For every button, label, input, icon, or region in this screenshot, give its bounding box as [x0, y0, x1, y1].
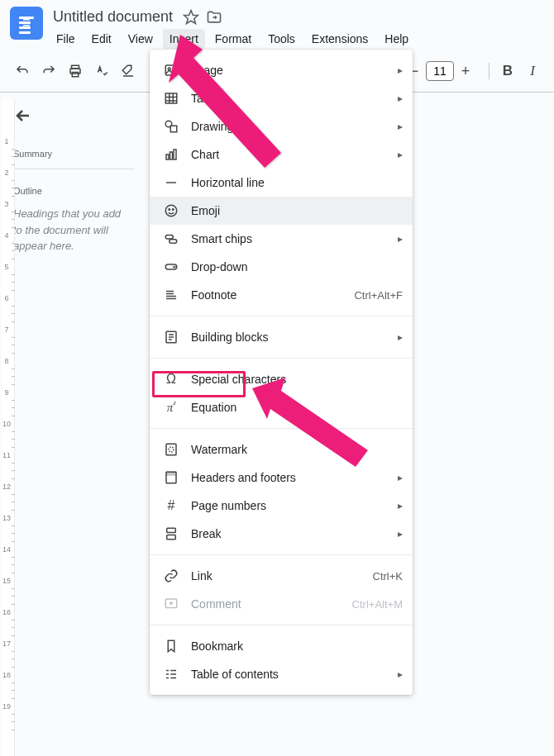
- dropdown-item-label: Emoji: [191, 204, 403, 217]
- ruler-tick: 5: [2, 266, 14, 267]
- dropdown-item-special-characters[interactable]: ΩSpecial characters: [150, 365, 413, 393]
- menu-extensions[interactable]: Extensions: [305, 29, 375, 49]
- sidebar: Summary Outline Headings that you add to…: [0, 93, 145, 254]
- sidebar-separator: [10, 169, 135, 169]
- svg-rect-16: [174, 150, 176, 159]
- redo-button[interactable]: [36, 59, 61, 83]
- dropdown-shortcut: Ctrl+Alt+M: [352, 598, 403, 611]
- document-title[interactable]: Untitled document: [50, 7, 176, 27]
- dropdown-separator: [150, 625, 413, 625]
- dropdown-item-drop-down[interactable]: Drop-down: [150, 253, 413, 281]
- dropdown-item-equation[interactable]: π²Equation: [150, 393, 413, 421]
- ruler-tick: 7: [2, 329, 14, 330]
- menu-view[interactable]: View: [122, 29, 160, 49]
- dropdown-item-headers-and-footers[interactable]: Headers and footers▸: [150, 464, 413, 492]
- dropdown-separator: [150, 428, 413, 429]
- svg-rect-21: [170, 240, 177, 244]
- star-icon[interactable]: [183, 9, 199, 26]
- menu-tools[interactable]: Tools: [261, 29, 302, 49]
- ruler-tick: 16: [2, 611, 14, 612]
- ruler-tick: 18: [2, 674, 14, 675]
- headers-icon: [163, 469, 179, 486]
- ruler-tick: 14: [2, 549, 14, 549]
- insert-dropdown: Image▸Table▸Drawing▸Chart▸Horizontal lin…: [150, 50, 413, 695]
- dropdown-separator: [150, 316, 413, 316]
- font-size-group: − +: [404, 61, 475, 81]
- ruler-tick: 17: [2, 643, 14, 644]
- dropdown-item-drawing[interactable]: Drawing▸: [150, 112, 413, 140]
- svg-rect-4: [23, 28, 27, 30]
- dropdown-item-label: Table of contents: [191, 668, 391, 681]
- outline-label: Outline: [13, 186, 131, 196]
- svg-point-19: [173, 209, 174, 211]
- svg-rect-13: [170, 126, 177, 132]
- pi-icon: π²: [163, 399, 179, 416]
- dropdown-item-break[interactable]: Break▸: [150, 520, 413, 548]
- dropdown-shortcut: Ctrl+Alt+F: [354, 289, 403, 302]
- move-to-folder-icon[interactable]: [206, 9, 222, 26]
- svg-marker-5: [184, 10, 198, 23]
- summary-label: Summary: [13, 149, 131, 159]
- dropdown-item-emoji[interactable]: Emoji: [150, 197, 413, 225]
- dropdown-item-image[interactable]: Image▸: [150, 56, 413, 84]
- svg-point-18: [169, 209, 170, 211]
- submenu-arrow-icon: ▸: [398, 500, 403, 511]
- dropdown-item-label: Image: [191, 64, 391, 77]
- print-button[interactable]: [63, 59, 88, 83]
- paint-format-button[interactable]: [116, 59, 141, 83]
- chart-icon: [163, 146, 179, 163]
- increase-font-button[interactable]: +: [456, 61, 475, 81]
- bold-button[interactable]: B: [496, 59, 519, 83]
- menu-file[interactable]: File: [50, 29, 82, 49]
- ruler-tick: 11: [2, 454, 14, 455]
- menu-insert[interactable]: Insert: [163, 29, 205, 49]
- dropdown-item-smart-chips[interactable]: Smart chips▸: [150, 225, 413, 253]
- title-row: Untitled document: [50, 7, 554, 27]
- spellcheck-button[interactable]: [89, 59, 114, 83]
- menu-help[interactable]: Help: [378, 29, 415, 49]
- submenu-arrow-icon: ▸: [398, 331, 403, 343]
- bookmark-icon: [163, 638, 179, 654]
- dropdown-item-watermark[interactable]: Watermark: [150, 435, 413, 464]
- dropdown-item-label: Special characters: [191, 373, 403, 386]
- dropdown-item-building-blocks[interactable]: Building blocks▸: [150, 323, 413, 351]
- undo-button[interactable]: [10, 59, 35, 83]
- dropdown-item-label: Table: [191, 92, 391, 105]
- ruler-tick: 4: [2, 235, 14, 235]
- docs-logo-icon[interactable]: [10, 7, 43, 40]
- italic-button[interactable]: I: [521, 59, 544, 83]
- dropdown-item-page-numbers[interactable]: #Page numbers▸: [150, 492, 413, 520]
- dropdown-item-label: Building blocks: [191, 330, 391, 344]
- menu-format[interactable]: Format: [208, 29, 258, 49]
- dropdown-item-chart[interactable]: Chart▸: [150, 140, 413, 169]
- menu-edit[interactable]: Edit: [85, 29, 118, 49]
- svg-rect-11: [165, 93, 177, 103]
- back-arrow-icon[interactable]: [13, 106, 33, 126]
- dropdown-item-label: Break: [191, 527, 391, 540]
- dropdown-item-table-of-contents[interactable]: Table of contents▸: [150, 660, 413, 688]
- ruler-tick: 9: [2, 392, 14, 392]
- dropdown-item-link[interactable]: LinkCtrl+K: [150, 562, 413, 590]
- dropdown-item-label: Drop-down: [191, 260, 403, 273]
- svg-rect-24: [166, 444, 176, 455]
- image-icon: [163, 62, 179, 78]
- dropdown-item-label: Watermark: [191, 443, 403, 456]
- dropdown-item-table[interactable]: Table▸: [150, 84, 413, 112]
- ruler-tick: 2: [2, 172, 14, 173]
- ruler-tick: 15: [2, 580, 14, 581]
- svg-rect-2: [23, 22, 30, 24]
- dropdown-item-label: Comment: [191, 597, 352, 611]
- dropdown-item-label: Equation: [191, 401, 403, 414]
- submenu-arrow-icon: ▸: [398, 64, 403, 76]
- dropdown-item-bookmark[interactable]: Bookmark: [150, 632, 413, 660]
- font-size-input[interactable]: [426, 61, 454, 81]
- dropdown-item-footnote[interactable]: FootnoteCtrl+Alt+F: [150, 281, 413, 309]
- dropdown-item-horizontal-line[interactable]: Horizontal line: [150, 169, 413, 197]
- ruler-tick: 12: [2, 486, 14, 487]
- toolbar-separator: [489, 63, 490, 79]
- emoji-icon: [163, 202, 179, 219]
- submenu-arrow-icon: ▸: [398, 121, 403, 132]
- dropdown-item-label: Page numbers: [191, 499, 391, 512]
- comment-icon: [163, 596, 179, 612]
- header: Untitled document FileEditViewInsertForm…: [0, 0, 554, 49]
